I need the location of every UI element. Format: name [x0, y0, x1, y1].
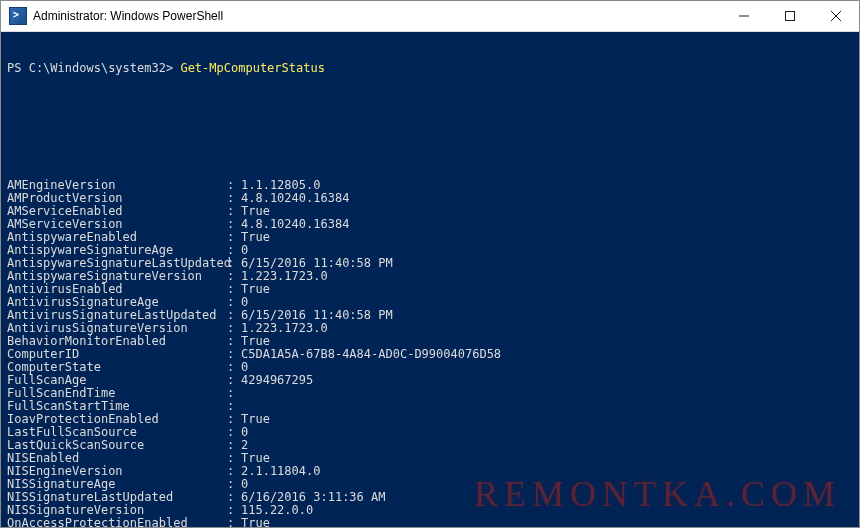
- output-row: AntispywareSignatureVersion: 1.223.1723.…: [7, 270, 853, 283]
- svg-rect-1: [786, 12, 795, 21]
- titlebar[interactable]: Administrator: Windows PowerShell: [1, 1, 859, 32]
- output-rows: AMEngineVersion: 1.1.12805.0AMProductVer…: [7, 179, 853, 527]
- output-row: NISEnabled: True: [7, 452, 853, 465]
- blank-line: [7, 140, 853, 153]
- window-title: Administrator: Windows PowerShell: [33, 9, 223, 23]
- window: Administrator: Windows PowerShell PS C:\…: [0, 0, 860, 528]
- output-key: OnAccessProtectionEnabled: [7, 517, 227, 527]
- powershell-icon: [9, 7, 27, 25]
- output-row: AMProductVersion: 4.8.10240.16384: [7, 192, 853, 205]
- output-row: FullScanAge: 4294967295: [7, 374, 853, 387]
- output-row: ComputerID: C5DA1A5A-67B8-4A84-AD0C-D990…: [7, 348, 853, 361]
- output-row: FullScanEndTime:: [7, 387, 853, 400]
- blank-line: [7, 101, 853, 114]
- output-row: NISEngineVersion: 2.1.11804.0: [7, 465, 853, 478]
- minimize-icon: [739, 11, 749, 21]
- minimize-button[interactable]: [721, 1, 767, 31]
- prompt-text: PS C:\Windows\system32>: [7, 61, 173, 75]
- output-value: 2.1.11804.0: [241, 465, 320, 478]
- output-sep: :: [227, 517, 241, 527]
- command-text: Get-MpComputerStatus: [180, 61, 325, 75]
- output-value: True: [241, 517, 270, 527]
- output-row: AMEngineVersion: 1.1.12805.0: [7, 179, 853, 192]
- output-row: ComputerState: 0: [7, 361, 853, 374]
- output-row: OnAccessProtectionEnabled: True: [7, 517, 853, 527]
- prompt-line-1: PS C:\Windows\system32> Get-MpComputerSt…: [7, 62, 853, 75]
- maximize-button[interactable]: [767, 1, 813, 31]
- maximize-icon: [785, 11, 795, 21]
- output-row: LastQuickScanSource: 2: [7, 439, 853, 452]
- close-button[interactable]: [813, 1, 859, 31]
- terminal[interactable]: PS C:\Windows\system32> Get-MpComputerSt…: [1, 32, 859, 527]
- output-value: 4294967295: [241, 374, 313, 387]
- output-row: AMServiceEnabled: True: [7, 205, 853, 218]
- close-icon: [831, 11, 841, 21]
- output-value: C5DA1A5A-67B8-4A84-AD0C-D99004076D58: [241, 348, 501, 361]
